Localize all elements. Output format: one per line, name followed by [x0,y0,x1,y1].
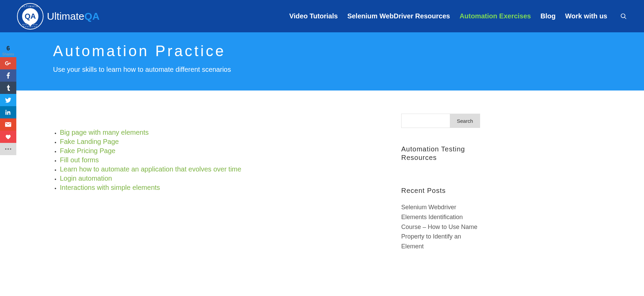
list-item: Fake Pricing Page [60,146,376,155]
search-form: Search [401,114,480,128]
email-icon[interactable] [0,118,16,131]
share-counter: 6 Shares [0,44,16,57]
page-title: Automation Practice [53,43,481,60]
logo-wordmark: UltimateQA [47,11,100,22]
logo-arc-bottom: Quality Assurance Evolution [18,21,43,28]
logo-word-a: Ultimate [47,11,84,22]
svg-line-1 [625,17,626,19]
link-login-automation[interactable]: Login automation [60,175,112,182]
svg-point-0 [621,14,625,18]
link-evolves[interactable]: Learn how to automate an application tha… [60,165,241,173]
nav-selenium-resources[interactable]: Selenium WebDriver Resources [347,12,450,20]
nav-video-tutorials[interactable]: Video Tutorials [289,12,338,20]
main-content: Big page with many elements Fake Landing… [53,114,376,251]
svg-point-3 [7,148,9,150]
share-count-number: 6 [0,45,16,52]
list-item: Big page with many elements [60,128,376,137]
nav-automation-exercises[interactable]: Automation Exercises [459,12,531,20]
svg-point-2 [5,148,6,150]
list-item: Login automation [60,174,376,183]
logo-word-b: QA [84,11,100,22]
nav-blog[interactable]: Blog [540,12,555,20]
svg-point-4 [10,148,11,150]
link-big-page[interactable]: Big page with many elements [60,129,149,136]
share-count-label: Shares [0,52,16,56]
heart-icon[interactable] [0,131,16,143]
logo-arc-top: ULTIMATE [18,5,43,7]
main-nav: Video Tutorials Selenium WebDriver Resou… [289,12,627,20]
recent-post-link[interactable]: Selenium Webdriver Elements Identificati… [401,202,480,251]
nav-work-with-us[interactable]: Work with us [565,12,607,20]
search-icon[interactable] [620,13,627,20]
link-fake-pricing[interactable]: Fake Pricing Page [60,147,115,154]
list-item: Interactions with simple elements [60,183,376,192]
search-input[interactable] [402,114,450,128]
logo[interactable]: ULTIMATE QA Quality Assurance Evolution … [17,3,100,30]
sidebar-heading-recent: Recent Posts [401,186,480,195]
page-subtitle: Use your skills to learn how to automate… [53,66,481,73]
more-icon[interactable] [0,143,16,155]
practice-link-list: Big page with many elements Fake Landing… [53,128,376,192]
facebook-icon[interactable] [0,69,16,82]
linkedin-icon[interactable] [0,106,16,118]
list-item: Fill out forms [60,155,376,165]
list-item: Learn how to automate an application tha… [60,165,376,174]
link-fill-forms[interactable]: Fill out forms [60,156,99,164]
tumblr-icon[interactable] [0,82,16,94]
list-item: Fake Landing Page [60,137,376,146]
logo-emblem: ULTIMATE QA Quality Assurance Evolution [17,3,44,30]
hero-banner: Automation Practice Use your skills to l… [0,32,644,91]
search-button[interactable]: Search [450,114,480,128]
google-plus-icon[interactable] [0,57,16,69]
link-fake-landing[interactable]: Fake Landing Page [60,138,119,145]
social-share-bar: 6 Shares [0,44,16,155]
top-header: ULTIMATE QA Quality Assurance Evolution … [0,0,644,32]
link-simple-elements[interactable]: Interactions with simple elements [60,184,160,191]
sidebar-heading-resources: Automation Testing Resources [401,145,480,162]
sidebar: Search Automation Testing Resources Rece… [401,114,480,251]
twitter-icon[interactable] [0,94,16,106]
